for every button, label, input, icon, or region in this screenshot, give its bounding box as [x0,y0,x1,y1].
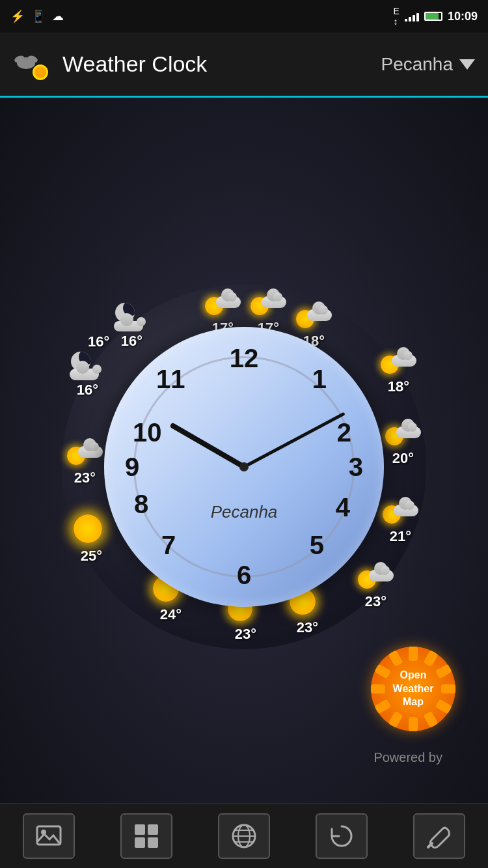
clock-num-4: 4 [336,493,350,522]
status-time: 10:09 [448,10,478,23]
svg-rect-12 [388,711,403,728]
weather-temp-left-mid: 23° [74,469,96,486]
battery-icon [424,12,442,21]
svg-rect-11 [409,717,418,731]
clock-center-dot [239,462,249,471]
svg-point-4 [34,66,46,78]
bar4 [416,13,419,21]
svg-rect-5 [409,647,418,661]
clock-num-12: 12 [230,344,259,373]
sun-button[interactable]: OpenWeatherMap [371,647,455,731]
weather-temp-bottom-right: 23° [365,593,386,610]
svg-rect-20 [148,824,158,835]
globe-icon [230,822,258,850]
svg-rect-13 [374,699,391,714]
weather-icon-bottom-right [358,565,394,592]
svg-rect-7 [435,664,452,679]
weather-icon-left-lower [74,519,109,546]
clock-num-10: 10 [133,418,162,447]
clock-num-1: 1 [312,365,327,394]
clock-face[interactable]: 12 1 2 3 4 5 6 7 8 9 10 11 Pecanha [104,327,384,607]
weather-item-top-left2: 16° [88,333,109,350]
clock-num-3: 3 [349,452,363,481]
status-left-icons: ⚡ 📱 ☁ [10,9,64,23]
clock-num-5: 5 [310,531,324,560]
signal-e-label: E↕ [394,6,400,27]
weather-item-left-lower: 25° [74,519,109,565]
svg-rect-15 [374,664,391,679]
svg-rect-8 [441,684,455,693]
clock-num-8: 8 [134,490,148,519]
usb-icon: ⚡ [10,9,25,23]
weather-temp-left-top: 16° [77,382,98,399]
weather-temp-bottom2: 23° [297,619,318,636]
wrench-icon [426,822,453,850]
app-title: Weather Clock [62,51,381,77]
svg-rect-22 [148,837,158,848]
svg-rect-6 [423,650,438,667]
svg-rect-16 [388,650,403,667]
cloud-icon: ☁ [52,9,64,23]
clock-num-11: 11 [156,365,185,394]
weather-temp-bottom-left: 24° [160,606,182,623]
clock-num-7: 7 [161,531,176,560]
main-content: 17° 17° 18° 18° [0,98,488,835]
weather-temp-left-lower: 25° [81,548,102,565]
refresh-icon [328,822,355,850]
weather-item-right-mid: 20° [385,421,421,467]
bar3 [413,15,415,21]
weather-item-top-left: 16° [114,304,150,350]
clock-num-6: 6 [237,561,251,590]
weather-icon-top-left [114,304,150,331]
clock-num-9: 9 [125,452,139,481]
image-icon [35,822,62,850]
weather-temp-right-lower: 21° [390,528,411,545]
weather-item-right-lower: 21° [383,499,418,545]
weather-icon-right-mid [385,421,421,449]
weather-icon-right-top [381,350,416,377]
grid-icon [133,822,160,850]
app-logo [13,45,52,84]
bottom-bar [0,803,488,868]
weather-temp-right-mid: 20° [392,450,414,467]
weather-map-btn-label: OpenWeatherMap [393,669,434,709]
refresh-button[interactable] [316,813,368,859]
weather-icon-top1 [205,291,241,318]
svg-rect-19 [135,824,145,835]
weather-temp-top-left: 16° [121,333,142,350]
weather-icon-left-mid [67,441,103,468]
weather-item-right-top: 18° [381,350,416,395]
bar1 [405,19,407,21]
svg-rect-14 [371,684,385,693]
weather-icon-topright1 [296,304,332,331]
weather-item-left-mid: 23° [67,441,103,486]
svg-rect-21 [135,837,145,848]
weather-icon-right-lower [383,499,418,527]
weather-icon-top2 [251,291,286,318]
powered-by-label: Powered by [373,750,442,765]
app-bar: Weather Clock Pecanha [0,33,488,98]
map-button[interactable] [218,813,270,859]
settings-button[interactable] [413,813,465,859]
weather-map-button[interactable]: OpenWeatherMap [371,647,455,731]
status-bar: ⚡ 📱 ☁ E↕ 10:09 [0,0,488,33]
svg-rect-9 [435,699,452,714]
clock-outer-ring: 17° 17° 18° 18° [62,285,426,649]
clock-city-label: Pecanha [211,502,278,522]
location-dropdown-arrow[interactable] [459,59,475,70]
bar2 [409,17,411,21]
status-right-icons: E↕ 10:09 [394,6,478,27]
weather-item-bottom-right: 23° [358,565,394,610]
svg-rect-17 [37,826,61,845]
weather-temp-top-left2: 16° [88,333,109,350]
wallpaper-button[interactable] [23,813,75,859]
weather-temp-right-top: 18° [388,378,409,395]
weather-item-bottom2: 23° [290,591,325,636]
weather-temp-bottom-center: 23° [235,626,256,643]
weather-icon-left-top [70,353,105,380]
clock-num-2: 2 [337,418,351,447]
widgets-button[interactable] [120,813,172,859]
notification-icon: 📱 [31,9,46,23]
svg-rect-10 [423,711,438,728]
app-location: Pecanha [381,54,453,75]
